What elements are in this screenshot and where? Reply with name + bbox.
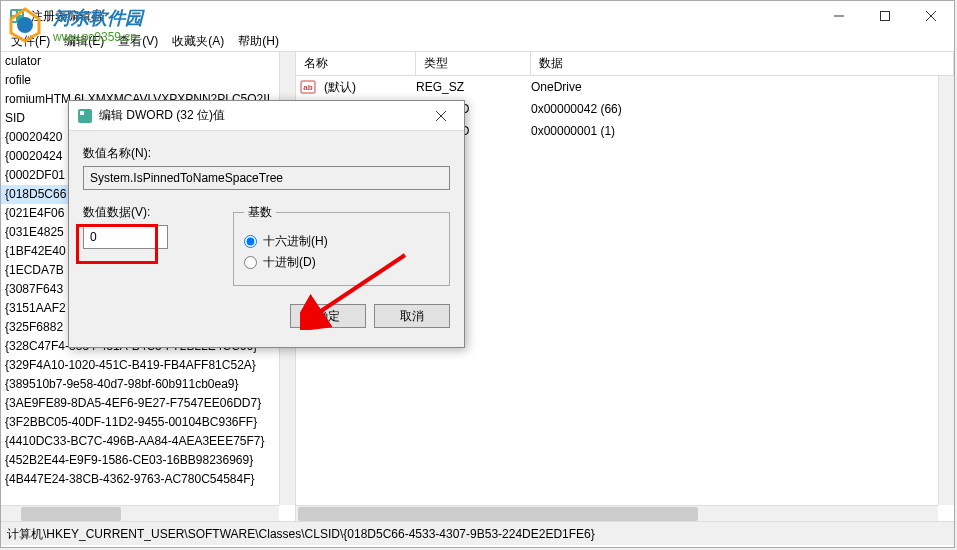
status-path: 计算机\HKEY_CURRENT_USER\SOFTWARE\Classes\C… (7, 527, 595, 541)
dialog-title: 编辑 DWORD (32 位)值 (99, 107, 225, 124)
close-button[interactable] (908, 1, 954, 31)
col-header-type[interactable]: 类型 (416, 52, 531, 76)
tree-item[interactable]: {3F2BBC05-40DF-11D2-9455-00104BC936FF} (1, 413, 295, 432)
name-input[interactable] (83, 166, 450, 190)
row-name: (默认) (322, 79, 416, 96)
tree-item[interactable]: rofile (1, 71, 295, 90)
scrollbar-thumb[interactable] (21, 507, 121, 521)
col-header-data[interactable]: 数据 (531, 52, 954, 76)
dialog-icon (77, 108, 93, 124)
cancel-button[interactable]: 取消 (374, 304, 450, 328)
titlebar: 注册表编辑器 (1, 1, 954, 31)
radio-hex-row[interactable]: 十六进制(H) (244, 233, 439, 250)
tree-item[interactable]: {329F4A10-1020-451C-B419-FB4AFF81C52A} (1, 356, 295, 375)
menubar: 文件(F) 编辑(E) 查看(V) 收藏夹(A) 帮助(H) (1, 31, 954, 51)
base-fieldset: 基数 十六进制(H) 十进制(D) (233, 204, 450, 286)
ok-button[interactable]: 确定 (290, 304, 366, 328)
tree-item[interactable]: culator (1, 52, 295, 71)
tree-item[interactable]: {4410DC33-BC7C-496B-AA84-4AEA3EEE75F7} (1, 432, 295, 451)
row-data: OneDrive (531, 80, 954, 94)
radio-hex-label: 十六进制(H) (263, 233, 328, 250)
statusbar: 计算机\HKEY_CURRENT_USER\SOFTWARE\Classes\C… (1, 521, 954, 545)
tree-item[interactable]: {4B447E24-38CB-4362-9763-AC780C54584F} (1, 470, 295, 489)
maximize-button[interactable] (862, 1, 908, 31)
svg-rect-6 (881, 12, 890, 21)
string-value-icon: ab (300, 79, 318, 95)
dialog-titlebar: 编辑 DWORD (32 位)值 (69, 101, 464, 131)
row-data: 0x00000001 (1) (531, 124, 954, 138)
dialog-close-button[interactable] (418, 101, 464, 131)
svg-point-0 (17, 17, 33, 33)
tree-item[interactable]: {452B2E44-E9F9-1586-CE03-16BB98236969} (1, 451, 295, 470)
site-logo-icon (5, 5, 45, 45)
radio-hex[interactable] (244, 235, 257, 248)
radio-dec-row[interactable]: 十进制(D) (244, 254, 439, 271)
radio-dec-label: 十进制(D) (263, 254, 316, 271)
svg-rect-18 (80, 111, 84, 115)
list-header: 名称 类型 数据 (296, 52, 954, 76)
tree-horizontal-scrollbar[interactable] (1, 505, 279, 521)
list-vertical-scrollbar[interactable] (938, 76, 954, 505)
watermark-overlay: 河东软件园 www.pc0359.cn (5, 5, 143, 45)
tree-item[interactable]: {3AE9FE89-8DA5-4EF6-9E27-F7547EE06DD7} (1, 394, 295, 413)
list-horizontal-scrollbar[interactable] (296, 505, 938, 521)
minimize-button[interactable] (816, 1, 862, 31)
row-type: REG_SZ (416, 80, 531, 94)
row-data: 0x00000042 (66) (531, 102, 954, 116)
name-label: 数值名称(N): (83, 145, 450, 162)
menu-favorites[interactable]: 收藏夹(A) (166, 31, 230, 51)
svg-text:ab: ab (303, 83, 312, 92)
watermark-url: www.pc0359.cn (53, 30, 143, 44)
data-input[interactable] (83, 225, 168, 249)
watermark-title: 河东软件园 (53, 6, 143, 30)
menu-help[interactable]: 帮助(H) (232, 31, 285, 51)
list-row[interactable]: ab(默认)REG_SZOneDrive (296, 76, 954, 98)
col-header-name[interactable]: 名称 (296, 52, 416, 76)
data-label: 数值数据(V): (83, 204, 213, 221)
edit-dword-dialog: 编辑 DWORD (32 位)值 数值名称(N): 数值数据(V): 基数 十六… (68, 100, 465, 348)
tree-item[interactable]: {389510b7-9e58-40d7-98bf-60b911cb0ea9} (1, 375, 295, 394)
scrollbar-thumb[interactable] (298, 507, 698, 521)
base-legend: 基数 (244, 204, 276, 221)
radio-dec[interactable] (244, 256, 257, 269)
